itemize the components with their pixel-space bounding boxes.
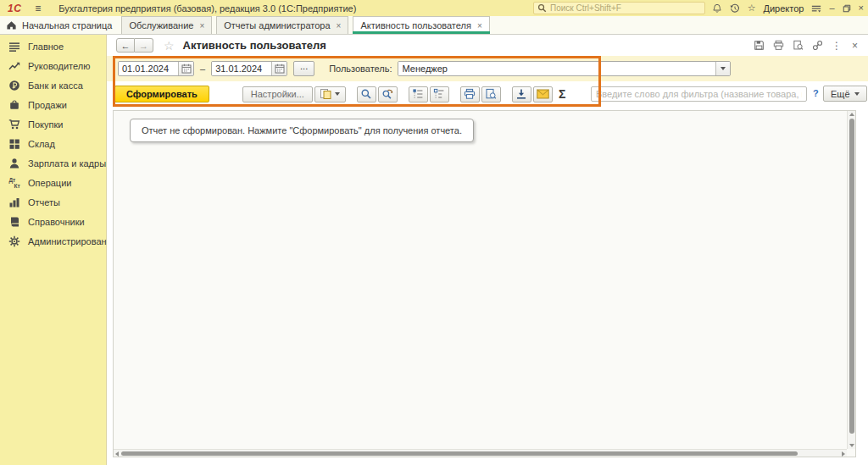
user-field-label: Пользователь: bbox=[329, 64, 392, 74]
sidebar-item-label: Покупки bbox=[28, 119, 63, 130]
sidebar-item-warehouse[interactable]: Склад bbox=[0, 134, 106, 153]
tab-home-label: Начальная страница bbox=[22, 20, 112, 30]
sidebar-item-administration[interactable]: Администрирование bbox=[0, 231, 106, 251]
report-result-area: Отчет не сформирован. Нажмите "Сформиров… bbox=[113, 110, 856, 457]
help-icon[interactable]: ? bbox=[813, 88, 819, 98]
sidebar-item-label: Склад bbox=[28, 139, 55, 149]
tab-close-icon[interactable]: × bbox=[477, 21, 482, 30]
period-start-input[interactable] bbox=[119, 62, 178, 75]
close-window-button[interactable]: × bbox=[859, 3, 864, 13]
print-preview-icon[interactable] bbox=[793, 40, 804, 51]
collapse-groups-button[interactable] bbox=[409, 86, 428, 102]
vertical-scrollbar-thumb[interactable] bbox=[849, 119, 854, 434]
dt-label: Дт bbox=[8, 177, 19, 183]
navigation-buttons: ← → bbox=[116, 38, 153, 53]
period-end-field bbox=[211, 61, 287, 76]
cart-icon bbox=[8, 118, 21, 130]
list-lines-icon bbox=[8, 40, 21, 53]
quick-filter-input[interactable] bbox=[591, 86, 807, 102]
scroll-left-icon[interactable] bbox=[115, 451, 119, 457]
scroll-up-icon[interactable] bbox=[849, 113, 854, 116]
expand-groups-button[interactable] bbox=[430, 86, 449, 102]
report-form: ← → ☆ Активность пользователя ⋮ × – bbox=[107, 35, 868, 465]
bar-chart-icon bbox=[8, 196, 21, 208]
save-icon[interactable] bbox=[754, 40, 765, 51]
application-title: Бухгалтерия предприятия (базовая), редак… bbox=[58, 3, 356, 14]
forward-button[interactable]: → bbox=[135, 38, 153, 53]
sidebar-item-reports[interactable]: Отчеты bbox=[0, 192, 106, 212]
sidebar-item-salary-hr[interactable]: Зарплата и кадры bbox=[0, 153, 106, 173]
report-variants-button[interactable] bbox=[314, 86, 346, 102]
notifications-bell-icon[interactable] bbox=[712, 3, 722, 14]
user-combo-dropdown-button[interactable] bbox=[715, 62, 730, 75]
tab-home-page[interactable]: Начальная страница bbox=[0, 16, 121, 34]
tab-admin-reports[interactable]: Отчеты администратора × bbox=[216, 16, 348, 34]
add-to-favorites-star-icon[interactable]: ☆ bbox=[164, 40, 175, 52]
tab-user-activity[interactable]: Активность пользователя × bbox=[353, 16, 489, 34]
sidebar-item-operations[interactable]: ДтКт Операции bbox=[0, 173, 106, 192]
settings-button[interactable]: Настройки... bbox=[242, 86, 313, 102]
period-dash: – bbox=[200, 64, 205, 74]
horizontal-scrollbar-thumb[interactable] bbox=[121, 451, 798, 456]
scroll-down-icon[interactable] bbox=[849, 444, 854, 447]
sidebar-item-label: Отчеты bbox=[28, 197, 60, 208]
sidebar-item-label: Администрирование bbox=[28, 236, 117, 246]
find-button[interactable] bbox=[357, 86, 376, 102]
close-form-icon[interactable]: × bbox=[852, 41, 858, 51]
restore-window-button[interactable] bbox=[843, 4, 851, 13]
sidebar-item-sales[interactable]: Продажи bbox=[0, 95, 106, 114]
sidebar-item-directories[interactable]: Справочники bbox=[0, 212, 106, 231]
vertical-scrollbar[interactable] bbox=[847, 111, 855, 449]
calendar-picker-button[interactable] bbox=[271, 62, 287, 75]
main-menu-icon[interactable]: ≡ bbox=[35, 3, 41, 14]
sidebar-item-label: Продажи bbox=[28, 100, 67, 110]
print-report-button[interactable] bbox=[460, 86, 480, 102]
global-search-input[interactable] bbox=[550, 3, 701, 13]
kt-label: Кт bbox=[14, 183, 19, 189]
calendar-picker-button[interactable] bbox=[178, 62, 193, 75]
get-link-icon[interactable] bbox=[812, 40, 823, 51]
preview-report-button[interactable] bbox=[481, 86, 501, 102]
minimize-button[interactable]: – bbox=[829, 3, 834, 13]
cancel-search-button[interactable] bbox=[378, 86, 398, 102]
more-actions-button[interactable]: Ещё bbox=[823, 86, 867, 102]
tab-label: Активность пользователя bbox=[360, 20, 470, 30]
generate-report-button[interactable]: Сформировать bbox=[114, 86, 209, 102]
trend-chart-icon bbox=[8, 59, 21, 72]
send-email-button[interactable] bbox=[533, 86, 553, 102]
book-icon bbox=[8, 215, 21, 228]
sidebar-item-manager[interactable]: Руководителю bbox=[0, 56, 106, 75]
form-header-icons: ⋮ × bbox=[754, 35, 858, 56]
sidebar-item-purchases[interactable]: Покупки bbox=[0, 114, 106, 134]
sum-sigma-icon[interactable]: Σ bbox=[559, 87, 565, 101]
global-search-box[interactable] bbox=[533, 2, 705, 14]
period-end-input[interactable] bbox=[212, 62, 271, 75]
1c-logo: 1С bbox=[8, 3, 21, 14]
print-button-group bbox=[460, 86, 501, 102]
sidebar-item-bank-cash[interactable]: Банк и касса bbox=[0, 75, 106, 95]
search-button-group bbox=[357, 86, 398, 102]
tab-close-icon[interactable]: × bbox=[199, 21, 204, 30]
user-combo-input[interactable] bbox=[398, 62, 715, 75]
sidebar-item-label: Зарплата и кадры bbox=[28, 158, 106, 169]
tab-close-icon[interactable]: × bbox=[337, 21, 342, 30]
export-button-group bbox=[512, 86, 553, 102]
view-settings-icon[interactable] bbox=[811, 3, 821, 14]
more-options-dots-icon[interactable]: ⋮ bbox=[832, 41, 842, 51]
scroll-right-icon[interactable] bbox=[842, 451, 845, 457]
favorites-star-icon[interactable]: ☆ bbox=[748, 3, 756, 13]
sidebar-item-main[interactable]: Главное bbox=[0, 36, 106, 56]
period-more-button[interactable]: ... bbox=[293, 61, 314, 76]
print-icon[interactable] bbox=[773, 40, 784, 51]
save-file-button[interactable] bbox=[512, 86, 531, 102]
tab-service[interactable]: Обслуживание × bbox=[121, 16, 212, 34]
history-icon[interactable] bbox=[730, 3, 740, 14]
back-button[interactable]: ← bbox=[116, 38, 135, 53]
gear-icon bbox=[8, 235, 21, 247]
section-sidebar: Главное Руководителю Банк и касса Продаж… bbox=[0, 35, 107, 465]
current-user-label[interactable]: Директор bbox=[764, 3, 804, 14]
dt-kt-icon: ДтКт bbox=[8, 176, 21, 189]
sidebar-item-label: Операции bbox=[28, 178, 71, 188]
title-bar: 1С ≡ Бухгалтерия предприятия (базовая), … bbox=[0, 0, 868, 16]
horizontal-scrollbar[interactable] bbox=[114, 449, 847, 457]
